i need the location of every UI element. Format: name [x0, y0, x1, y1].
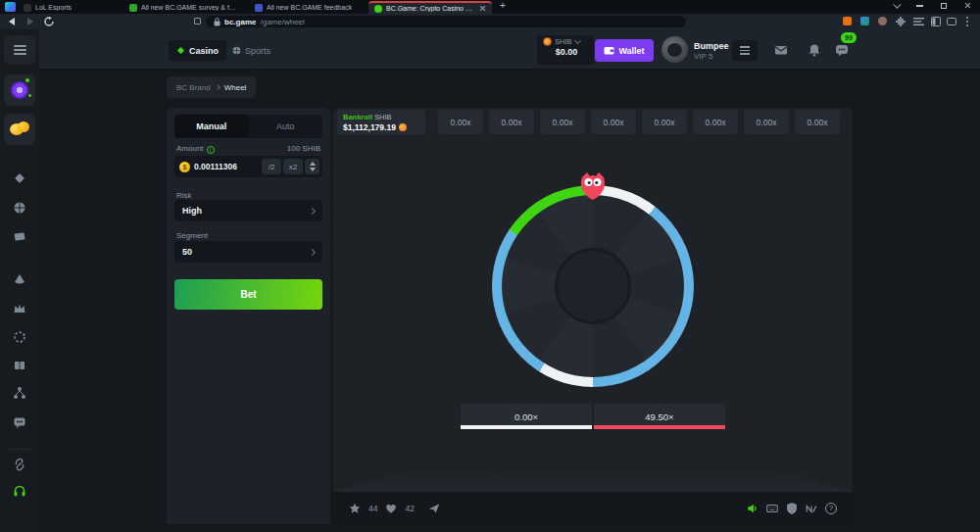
- extension-icon[interactable]: [860, 17, 869, 25]
- favorite-count: 44: [368, 504, 377, 513]
- stepper-up-icon[interactable]: [310, 159, 316, 166]
- nav-tab-sports[interactable]: Sports: [232, 40, 270, 61]
- multiplier-result[interactable]: 0.00x: [744, 110, 789, 134]
- avatar[interactable]: [662, 36, 688, 63]
- double-bet-button[interactable]: x2: [283, 159, 303, 174]
- spin-bonus-icon[interactable]: [4, 74, 35, 106]
- multiplier-result[interactable]: 0.00x: [438, 110, 483, 134]
- chevron-down-icon: [573, 37, 580, 44]
- window-chevron-icon[interactable]: [893, 0, 901, 8]
- tab-title: All new BC.GAME survey & feedback: [141, 4, 239, 11]
- half-bet-button[interactable]: /2: [262, 159, 281, 174]
- wheel-hub: [555, 248, 631, 324]
- promotions-icon[interactable]: [13, 359, 26, 372]
- lottery-icon[interactable]: [13, 330, 26, 344]
- amount-stepper[interactable]: [305, 159, 319, 174]
- wallet-button[interactable]: Wallet: [595, 39, 654, 62]
- window-close-icon[interactable]: [964, 2, 972, 10]
- result-win: 49.50×: [594, 404, 725, 429]
- live-stats-icon[interactable]: [806, 503, 817, 514]
- sports-ball-icon: [232, 46, 241, 55]
- bookmark-icon[interactable]: [194, 18, 201, 24]
- amount-input[interactable]: $ 0.00111306 /2 x2: [174, 156, 322, 177]
- vip-club-icon[interactable]: [13, 302, 26, 315]
- multiplier-result[interactable]: 0.00x: [693, 110, 738, 134]
- chevron-right-icon: [309, 248, 316, 255]
- risk-value: High: [182, 206, 202, 216]
- sports-icon[interactable]: [13, 201, 26, 215]
- browser-tab-active[interactable]: BC.Game: Crypto Casino Games &: [368, 1, 492, 14]
- playlist-icon[interactable]: [913, 17, 924, 26]
- currency-selector[interactable]: SHIB $0.00: [537, 35, 594, 65]
- segment-select[interactable]: 50: [174, 241, 322, 263]
- forward-icon[interactable]: [27, 18, 33, 25]
- help-icon[interactable]: ?: [825, 503, 837, 514]
- tab-auto[interactable]: Auto: [249, 115, 323, 138]
- browser-logo-icon[interactable]: [5, 2, 16, 12]
- risk-label: Risk: [176, 191, 192, 200]
- tab-title: BC.Game: Crypto Casino Games &: [386, 5, 475, 12]
- segment-label: Segment: [176, 231, 208, 240]
- forum-icon[interactable]: [13, 415, 26, 429]
- fairness-shield-icon[interactable]: [786, 503, 798, 514]
- stepper-down-icon[interactable]: [310, 168, 316, 174]
- media-box-icon[interactable]: [947, 17, 956, 26]
- tab-manual[interactable]: Manual: [174, 115, 249, 138]
- risk-select[interactable]: High: [174, 200, 322, 221]
- wheel: [492, 185, 694, 387]
- share-icon[interactable]: [428, 503, 440, 514]
- amount-value[interactable]: 0.00111306: [194, 162, 260, 171]
- nav-tab-casino[interactable]: Casino: [169, 40, 226, 61]
- shib-coin-icon: [543, 37, 552, 46]
- breadcrumb-section[interactable]: BC Brand: [176, 83, 211, 92]
- extension-icon[interactable]: [878, 17, 887, 25]
- chevron-right-icon: [215, 84, 220, 90]
- info-icon[interactable]: i: [207, 146, 215, 154]
- my-bets-icon[interactable]: [13, 229, 26, 243]
- tab-close-icon[interactable]: [479, 5, 486, 12]
- casino-diamond-icon: [176, 46, 185, 55]
- reload-icon[interactable]: [44, 17, 54, 26]
- like-heart-icon[interactable]: [385, 503, 397, 514]
- result-lose-value: 0.00×: [514, 411, 538, 422]
- affiliate-icon[interactable]: [13, 386, 26, 400]
- sidebar-menu-icon[interactable]: [4, 35, 35, 65]
- chat-icon[interactable]: [835, 43, 849, 57]
- username: Bumpee: [694, 41, 729, 51]
- stage-shadow: [333, 470, 853, 492]
- extensions-puzzle-icon[interactable]: [896, 17, 906, 26]
- bet-controls-panel: Manual Auto Amounti 100 SHIB $ 0.0011130…: [167, 108, 330, 524]
- casino-icon[interactable]: [13, 171, 26, 185]
- multiplier-result[interactable]: 0.00x: [489, 110, 534, 134]
- back-icon[interactable]: [9, 18, 15, 25]
- multiplier-result[interactable]: 0.00x: [591, 110, 636, 134]
- favorite-star-icon[interactable]: [349, 503, 361, 514]
- tab-favicon: [374, 5, 382, 13]
- bet-button[interactable]: Bet: [174, 279, 322, 310]
- browser-menu-icon[interactable]: [966, 17, 968, 26]
- racing-icon[interactable]: [13, 272, 26, 286]
- browser-tab-lol[interactable]: LoL Esports: [18, 1, 120, 14]
- side-panel-icon[interactable]: [931, 17, 941, 26]
- support-headphones-icon[interactable]: [13, 484, 26, 498]
- browser-tab-survey[interactable]: All new BC.GAME survey & feedback: [123, 1, 245, 14]
- bell-icon[interactable]: [808, 43, 821, 57]
- extension-icon[interactable]: [843, 17, 852, 25]
- game-panel: Bankroll SHIB $1,112,179.19 0.00x 0.00x …: [333, 108, 853, 524]
- betslip-icon[interactable]: [732, 40, 758, 61]
- hotkeys-keyboard-icon[interactable]: [766, 503, 778, 514]
- browser-tab-feedback[interactable]: All new BC.GAME feedback: [249, 1, 365, 14]
- shib-coin-icon: [399, 123, 407, 131]
- vip-level: VIP 5: [694, 52, 712, 61]
- mail-icon[interactable]: [774, 43, 788, 57]
- links-icon[interactable]: [13, 458, 26, 471]
- multiplier-result[interactable]: 0.00x: [540, 110, 585, 134]
- new-tab-button[interactable]: +: [500, 0, 506, 11]
- address-bar[interactable]: bc.game/game/wheel: [206, 16, 686, 27]
- window-maximize-icon[interactable]: [941, 3, 947, 9]
- multiplier-result[interactable]: 0.00x: [795, 110, 840, 134]
- window-minimize-icon[interactable]: [916, 5, 923, 7]
- sound-icon[interactable]: [747, 503, 759, 514]
- multiplier-result[interactable]: 0.00x: [642, 110, 687, 134]
- gold-coins-icon[interactable]: [4, 114, 35, 145]
